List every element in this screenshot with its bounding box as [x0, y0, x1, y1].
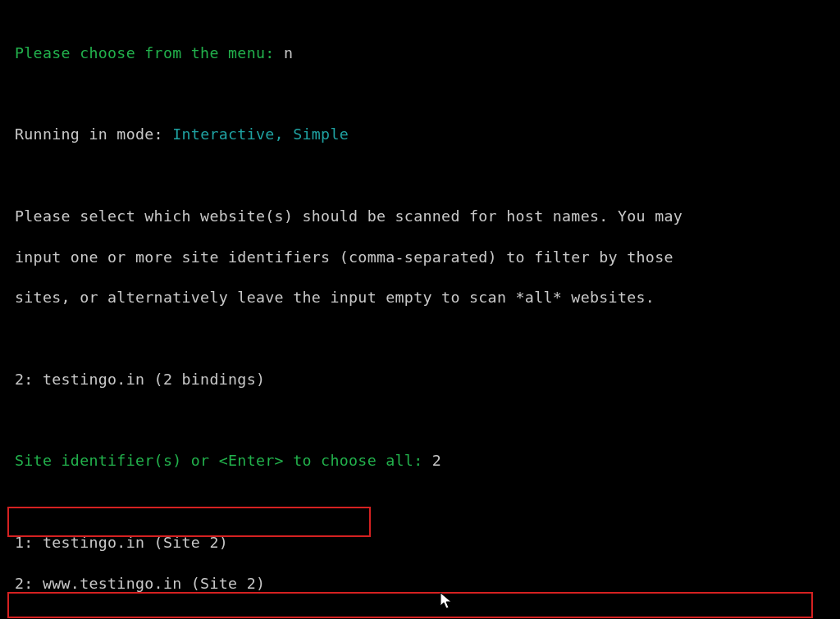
running-mode-value: Interactive, Simple — [172, 125, 349, 143]
site-entry: 2: testingo.in (2 bindings) — [15, 370, 825, 390]
binding-entry: 2: www.testingo.in (Site 2) — [15, 574, 825, 594]
instructions-line: input one or more site identifiers (comm… — [15, 248, 825, 268]
terminal-output[interactable]: Please choose from the menu: n Running i… — [0, 0, 840, 619]
instructions-line: Please select which website(s) should be… — [15, 207, 825, 227]
input-menu-choice: n — [284, 44, 293, 61]
prompt-choose-menu: Please choose from the menu: — [15, 44, 284, 61]
running-mode-label: Running in mode: — [15, 125, 172, 143]
binding-entry: 1: testingo.in (Site 2) — [15, 533, 825, 553]
input-site-identifiers: 2 — [432, 452, 441, 469]
prompt-site-identifiers: Site identifier(s) or <Enter> to choose … — [15, 452, 432, 469]
instructions-line: sites, or alternatively leave the input … — [15, 288, 825, 308]
